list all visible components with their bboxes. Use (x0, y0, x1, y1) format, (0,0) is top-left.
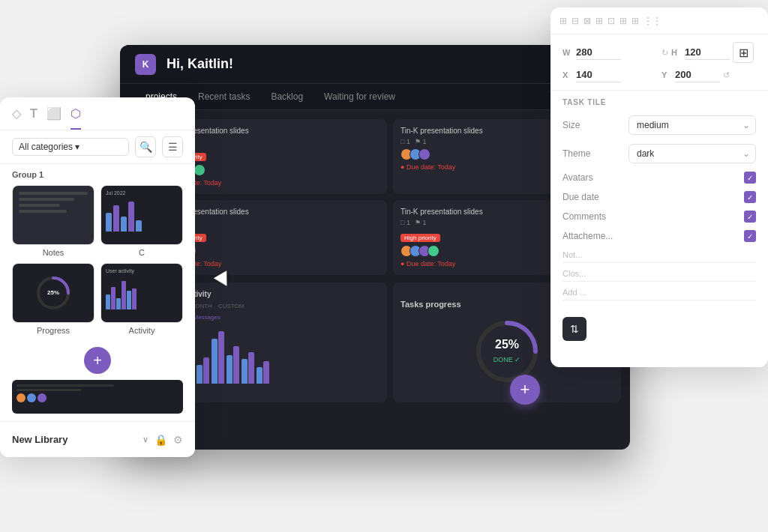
chart-label: C (139, 248, 145, 257)
align-center-icon[interactable]: ⊟ (572, 16, 579, 26)
due-date-checkbox[interactable]: ✓ (744, 191, 756, 203)
notes-section: Not... Clos... Add ... (550, 246, 768, 311)
not-label: Not... (562, 250, 756, 259)
comments-checkbox[interactable]: ✓ (744, 211, 756, 223)
progress-card-title: Tasks progress (400, 300, 461, 309)
task-avatars-3 (166, 245, 380, 257)
y-input[interactable] (675, 67, 720, 82)
properties-panel: ⊞ ⊟ ⊠ ⊞ ⊡ ⊞ ⊞ ⋮⋮ W ↻ H ⊞ X Y ↺ TASK TILE (550, 7, 768, 367)
chart-preview: Jul 2022 (100, 185, 183, 245)
list-view-btn[interactable]: ☰ (162, 136, 183, 157)
attachements-label: Attacheme... (562, 231, 738, 241)
category-select[interactable]: All categories ▾ (12, 138, 129, 156)
size-select-wrapper[interactable]: small medium large (628, 115, 756, 135)
library-item-activity[interactable]: User activity Activity (100, 263, 183, 335)
height-input[interactable] (685, 45, 730, 60)
notes-label: Notes (43, 248, 64, 257)
width-field: W (562, 42, 657, 63)
attachements-row: Attacheme... ✓ (550, 226, 768, 246)
library-item-progress[interactable]: 25% Progress (12, 263, 94, 335)
note-divider-3 (562, 300, 756, 300)
rotate-icon: ↻ (662, 48, 668, 58)
mini-ring-text: 25% (47, 290, 59, 296)
library-item-chart[interactable]: Jul 2022 C (100, 185, 183, 257)
fab-add-button[interactable]: + (510, 375, 540, 405)
theme-select-wrapper[interactable]: light dark (628, 144, 756, 163)
progress-percentage: 25% (494, 338, 521, 351)
comments-row: Comments ✓ (550, 207, 768, 226)
note-divider-1 (562, 262, 756, 263)
task-avatars-1 (166, 164, 380, 176)
size-select[interactable]: small medium large (628, 115, 756, 135)
size-label: Size (562, 120, 622, 130)
coordinates-section: W ↻ H ⊞ X Y ↺ (550, 34, 768, 91)
theme-label: Theme (562, 148, 622, 159)
library-toolbar: ◇ T ⬜ ⬡ (0, 97, 195, 130)
theme-row: Theme light dark (550, 139, 768, 168)
activity-title: User activity (166, 290, 380, 298)
tool-image-icon[interactable]: ⬜ (46, 106, 62, 121)
width-input[interactable] (576, 45, 621, 60)
align-top-icon[interactable]: ⊞ (596, 16, 603, 26)
tab-backlog[interactable]: Backlog (260, 84, 314, 109)
avatars-checkbox[interactable]: ✓ (744, 172, 756, 184)
library-group-label: Group 1 (0, 164, 195, 182)
settings-icon[interactable]: ⚙ (173, 434, 183, 446)
x-label: X (562, 70, 573, 79)
progress-preview: 25% (12, 263, 94, 323)
library-panel: ◇ T ⬜ ⬡ All categories ▾ 🔍 ☰ Group 1 Not… (0, 97, 195, 457)
distribute-icon[interactable]: ⊡ (608, 16, 615, 26)
task-badge-4: High priority (400, 234, 440, 242)
spacing-icon[interactable]: ⊞ (620, 16, 627, 26)
task-card-title-1: Tin-K presentation slides (166, 127, 380, 135)
tool-component-icon[interactable]: ⬡ (70, 106, 81, 121)
grid-constrain-icon[interactable]: ⊞ (733, 42, 754, 63)
library-chevron-icon[interactable]: ∨ (142, 435, 148, 444)
notes-preview (12, 185, 94, 245)
user-avatar: K (135, 54, 156, 75)
bar-chart (166, 324, 380, 384)
note-divider-2 (562, 281, 756, 282)
x-input[interactable] (576, 67, 621, 82)
due-date-label: Due date (562, 192, 738, 202)
tab-waiting[interactable]: Waiting for review (314, 84, 406, 109)
task-due-1: ● Due date: Today (166, 179, 380, 187)
y-label: Y (662, 70, 672, 79)
grid-icon[interactable]: ⊞ (632, 16, 639, 26)
library-filter-row: All categories ▾ 🔍 ☰ (0, 130, 195, 164)
height-label: H (671, 48, 682, 57)
due-date-row: Due date ✓ (550, 187, 768, 207)
library-footer-icons: 🔒 ⚙ (154, 434, 183, 446)
task-icons-3: □ 1⚑ 1 (166, 219, 380, 226)
settings-button[interactable]: ⇅ (562, 317, 586, 341)
tool-droplet-icon[interactable]: ◇ (12, 106, 21, 121)
section-title: TASK TILE (550, 91, 768, 111)
progress-label: Progress (37, 326, 70, 335)
width-label: W (562, 48, 573, 57)
task-icons-1: □ 1⚑ 1 (166, 138, 380, 145)
align-right-icon[interactable]: ⊠ (584, 16, 591, 26)
corner-icon: ↺ (723, 70, 730, 80)
task-card-title-3: Tin-K presentation slides (166, 208, 380, 216)
comments-label: Comments (562, 211, 738, 222)
tool-text-icon[interactable]: T (30, 107, 38, 121)
library-items-grid: Notes Jul 2022 C (0, 182, 195, 338)
library-item-notes[interactable]: Notes (12, 185, 94, 257)
activity-tabs: WEEK MONTH CUSTOM (166, 303, 380, 309)
mini-ring: 25% (34, 274, 72, 312)
attachements-checkbox[interactable]: ✓ (744, 230, 756, 242)
size-row: Size small medium large (550, 111, 768, 139)
lock-icon[interactable]: 🔒 (154, 434, 167, 446)
search-icon-btn[interactable]: 🔍 (135, 136, 156, 157)
activity-tab-custom[interactable]: CUSTOM (218, 303, 244, 309)
more-icon[interactable]: ⋮⋮ (644, 16, 662, 26)
align-left-icon[interactable]: ⊞ (560, 16, 567, 26)
tab-recent-tasks[interactable]: Recent tasks (188, 84, 260, 109)
clos-label: Clos... (562, 269, 756, 278)
library-add-button[interactable]: + (84, 347, 111, 374)
greeting-text: Hi, Kaitlin! (166, 56, 595, 72)
progress-text: 25% DONE ✓ (494, 338, 521, 365)
x-field: X (562, 67, 657, 82)
theme-select[interactable]: light dark (628, 144, 756, 163)
add-label: Add ... (562, 288, 756, 297)
